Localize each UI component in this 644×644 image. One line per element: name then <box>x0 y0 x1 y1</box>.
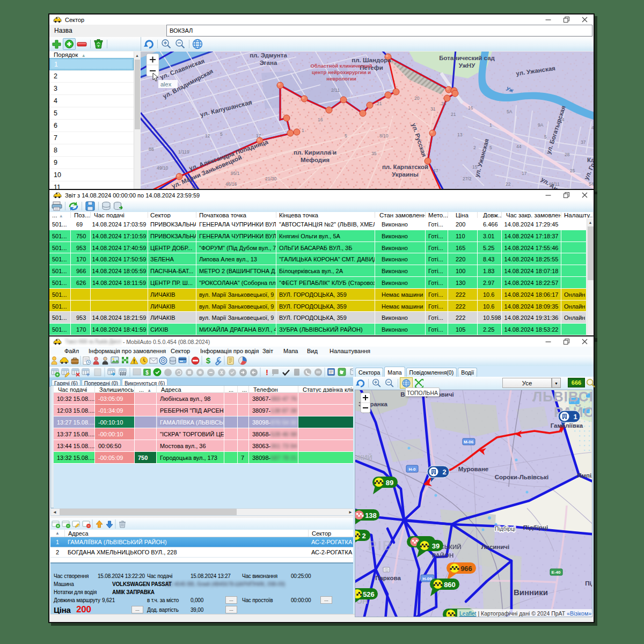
svg-text:Підбірці: Підбірці <box>495 525 516 532</box>
svg-text:16: 16 <box>318 117 323 122</box>
svg-text:54: 54 <box>589 181 594 187</box>
svg-text:46/16: 46/16 <box>225 181 237 187</box>
svg-text:Ботанический сад: Ботанический сад <box>439 55 495 61</box>
svg-text:27/2: 27/2 <box>463 176 472 181</box>
svg-text:пл. Эдмунта: пл. Эдмунта <box>250 52 287 58</box>
svg-text:Лисиничі: Лисиничі <box>481 544 510 550</box>
svg-text:12: 12 <box>205 133 210 138</box>
svg-text:1: 1 <box>302 128 304 133</box>
svg-text:РІВ: РІВ <box>368 538 393 553</box>
svg-text:Украины: Украины <box>392 171 419 178</box>
svg-text:47: 47 <box>433 168 438 173</box>
svg-text:центр нейрохирургии и: центр нейрохирургии и <box>312 69 371 75</box>
svg-text:Кла: Кла <box>587 157 594 163</box>
svg-text:860: 860 <box>444 581 456 589</box>
svg-text:28: 28 <box>565 152 570 157</box>
svg-text:Гамаліївка: Гамаліївка <box>551 422 583 429</box>
svg-text:Областной клинический: Областной клинический <box>310 63 372 69</box>
svg-text:$: $ <box>145 369 149 375</box>
svg-text:39: 39 <box>432 542 440 550</box>
svg-text:526: 526 <box>363 590 375 598</box>
svg-text:23: 23 <box>441 101 447 106</box>
svg-text:5: 5 <box>544 134 547 140</box>
svg-text:5: 5 <box>220 131 223 137</box>
svg-text:Винники: Винники <box>514 588 548 597</box>
svg-text:138: 138 <box>365 511 377 519</box>
svg-text:Муроване: Муроване <box>458 466 489 472</box>
svg-text:УжНУ: УжНУ <box>459 62 475 69</box>
svg-text:ⓘ: ⓘ <box>385 568 389 572</box>
svg-text:пл. Карпатской: пл. Карпатской <box>382 164 428 170</box>
svg-text:49/10: 49/10 <box>157 165 169 171</box>
svg-text:Ямпіль: Ямпіль <box>577 472 592 479</box>
svg-text:25: 25 <box>245 101 251 106</box>
svg-text:21/30: 21/30 <box>265 176 277 181</box>
svg-text:44: 44 <box>516 144 522 149</box>
svg-text:89: 89 <box>386 479 393 487</box>
svg-text:Підбірці: Підбірці <box>523 524 548 531</box>
svg-text:21: 21 <box>377 101 382 106</box>
svg-text:11: 11 <box>330 149 334 155</box>
svg-text:24: 24 <box>559 117 565 122</box>
svg-text:9А: 9А <box>538 122 544 128</box>
svg-text:2/11: 2/11 <box>331 87 340 93</box>
svg-text:E-40: E-40 <box>552 570 561 575</box>
svg-text:2: 2 <box>442 468 446 476</box>
svg-text:16: 16 <box>468 105 473 111</box>
svg-text:13: 13 <box>457 132 463 137</box>
svg-text:21: 21 <box>451 112 456 117</box>
svg-text:5: 5 <box>489 145 492 150</box>
svg-text:1/119: 1/119 <box>178 149 189 155</box>
svg-text:22: 22 <box>506 181 511 187</box>
svg-text:РАЙОН: РАЙОН <box>432 552 453 559</box>
svg-text:2: 2 <box>473 145 476 150</box>
svg-text:2: 2 <box>362 532 365 540</box>
svg-text:17: 17 <box>256 133 261 138</box>
svg-text:88: 88 <box>149 147 154 152</box>
svg-text:М-06: М-06 <box>464 440 474 444</box>
svg-text:Эгана: Эгана <box>260 60 277 66</box>
svg-text:Н-09: Н-09 <box>422 576 432 581</box>
svg-text:1: 1 <box>573 413 577 421</box>
svg-text:49: 49 <box>591 125 594 130</box>
svg-text:5А: 5А <box>507 109 513 114</box>
svg-text:25: 25 <box>570 168 575 173</box>
svg-text:Паркова: Паркова <box>375 575 401 581</box>
svg-text:966: 966 <box>460 565 472 573</box>
svg-text:20: 20 <box>414 96 420 101</box>
svg-text:ЛЬВІВСЬ: ЛЬВІВСЬ <box>532 390 592 405</box>
svg-text:Сороки-Львівські: Сороки-Львівські <box>495 474 549 480</box>
svg-text:!: ! <box>266 368 268 377</box>
svg-text:$: $ <box>206 356 211 365</box>
svg-text:Підг: Підг <box>585 580 592 587</box>
svg-text:95/1: 95/1 <box>231 171 240 176</box>
svg-text:46/11: 46/11 <box>548 181 560 187</box>
svg-text:15: 15 <box>472 164 478 170</box>
svg-text:ЬКИЙ: ЬКИЙ <box>355 453 372 462</box>
svg-text:неврологии: неврологии <box>326 76 356 82</box>
svg-text:5: 5 <box>345 133 347 138</box>
svg-text:17: 17 <box>522 171 527 176</box>
svg-text:8/10: 8/10 <box>379 133 389 138</box>
svg-text:alex: alex <box>160 81 172 87</box>
svg-text:Н-0: Н-0 <box>409 467 416 472</box>
svg-text:37: 37 <box>581 140 586 145</box>
svg-text:35: 35 <box>371 151 377 156</box>
svg-text:1: 1 <box>489 122 492 128</box>
svg-text:Мефодия: Мефодия <box>301 157 330 163</box>
svg-text:31: 31 <box>430 106 436 112</box>
